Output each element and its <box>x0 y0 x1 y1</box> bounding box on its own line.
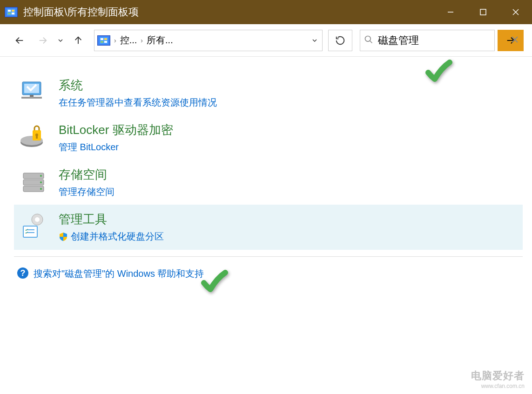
category-link[interactable]: 在任务管理器中查看系统资源使用情况 <box>59 96 217 109</box>
clear-search-icon[interactable] <box>511 35 519 46</box>
close-button[interactable] <box>499 0 532 24</box>
category-bitlocker[interactable]: BitLocker 驱动器加密 管理 BitLocker <box>14 115 523 160</box>
svg-rect-4 <box>12 13 14 14</box>
breadcrumb-item-2[interactable]: 所有... <box>147 34 173 47</box>
category-title: 存储空间 <box>59 167 518 183</box>
refresh-button[interactable] <box>328 30 352 51</box>
svg-rect-15 <box>101 41 103 43</box>
category-link[interactable]: 管理存储空间 <box>59 186 114 198</box>
window-title: 控制面板\所有控制面板项 <box>23 5 434 19</box>
category-storage[interactable]: 存储空间 管理存储空间 <box>14 160 523 205</box>
svg-rect-2 <box>12 10 14 12</box>
uac-shield-icon <box>59 232 68 241</box>
system-icon <box>19 77 48 107</box>
bitlocker-icon <box>19 122 48 152</box>
svg-rect-25 <box>30 95 34 97</box>
svg-rect-1 <box>8 10 11 12</box>
svg-rect-14 <box>104 38 107 40</box>
category-link-text: 创建并格式化硬盘分区 <box>71 230 164 243</box>
address-dropdown[interactable] <box>310 37 319 44</box>
svg-rect-16 <box>104 41 107 43</box>
address-bar[interactable]: › 控... › 所有... <box>94 30 323 51</box>
svg-rect-39 <box>23 226 37 237</box>
breadcrumb-item-1[interactable]: 控... <box>120 34 137 47</box>
svg-line-18 <box>370 40 372 43</box>
history-dropdown[interactable] <box>56 37 65 44</box>
category-link[interactable]: 管理 BitLocker <box>59 141 119 154</box>
control-panel-icon <box>5 7 18 17</box>
svg-rect-24 <box>21 97 42 99</box>
minimize-button[interactable] <box>434 0 467 24</box>
admin-tools-icon <box>19 211 48 241</box>
category-title: BitLocker 驱动器加密 <box>59 122 518 138</box>
svg-rect-13 <box>101 38 103 40</box>
watermark-text-2: www.cfan.com.cn <box>471 383 525 389</box>
storage-icon <box>19 167 48 196</box>
search-input[interactable] <box>378 34 506 47</box>
svg-point-17 <box>365 36 371 41</box>
search-box[interactable] <box>360 30 495 51</box>
category-link[interactable]: 创建并格式化硬盘分区 <box>59 230 164 243</box>
back-button[interactable] <box>9 30 30 51</box>
control-panel-breadcrumb-icon <box>97 35 110 46</box>
svg-rect-3 <box>8 13 11 14</box>
svg-point-35 <box>40 181 42 183</box>
maximize-button[interactable] <box>467 0 499 24</box>
category-title: 系统 <box>59 77 518 93</box>
content-area: 系统 在任务管理器中查看系统资源使用情况 BitLocker 驱动器加密 管理 … <box>0 57 532 394</box>
breadcrumb-separator: › <box>114 37 116 44</box>
svg-point-36 <box>40 188 42 190</box>
help-icon: ? <box>17 267 29 281</box>
watermark: 电脑爱好者 www.cfan.com.cn <box>471 369 525 389</box>
search-icon <box>364 35 373 46</box>
forward-button[interactable] <box>33 30 53 51</box>
category-system[interactable]: 系统 在任务管理器中查看系统资源使用情况 <box>14 71 523 115</box>
title-bar: 控制面板\所有控制面板项 <box>0 0 532 24</box>
up-button[interactable] <box>68 30 88 51</box>
svg-rect-6 <box>480 9 486 15</box>
toolbar: › 控... › 所有... <box>0 24 532 57</box>
svg-point-34 <box>40 175 42 177</box>
svg-point-38 <box>35 217 40 222</box>
breadcrumb-separator: › <box>141 37 143 44</box>
watermark-text-1: 电脑爱好者 <box>471 369 525 383</box>
category-title: 管理工具 <box>59 211 518 227</box>
svg-rect-30 <box>36 136 38 139</box>
svg-text:?: ? <box>20 268 26 278</box>
help-search-line[interactable]: ? 搜索对"磁盘管理"的 Windows 帮助和支持 <box>14 256 523 286</box>
help-text: 搜索对"磁盘管理"的 Windows 帮助和支持 <box>34 267 204 280</box>
category-admin-tools[interactable]: 管理工具 创建并格式化硬盘分区 <box>14 205 523 250</box>
